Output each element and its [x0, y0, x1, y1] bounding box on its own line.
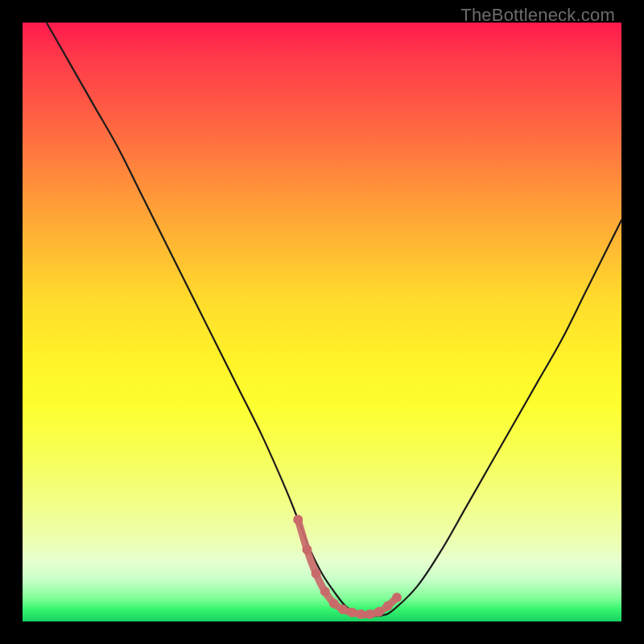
- flat-marker: [329, 599, 339, 609]
- flat-marker: [302, 545, 312, 555]
- flat-marker: [365, 609, 375, 619]
- watermark-text: TheBottleneck.com: [460, 5, 615, 26]
- chart-svg: [23, 23, 621, 621]
- plot-area: [23, 23, 621, 621]
- flat-marker: [374, 607, 384, 617]
- flat-marker: [392, 592, 402, 602]
- flat-region-highlight: [298, 520, 397, 615]
- flat-marker: [347, 608, 357, 617]
- bottleneck-curve: [47, 23, 621, 616]
- flat-marker: [293, 515, 303, 525]
- flat-marker: [356, 609, 365, 619]
- flat-marker: [320, 587, 330, 597]
- flat-marker: [338, 605, 348, 614]
- flat-marker: [312, 568, 321, 578]
- chart-frame: TheBottleneck.com: [0, 0, 644, 644]
- flat-marker: [383, 601, 393, 611]
